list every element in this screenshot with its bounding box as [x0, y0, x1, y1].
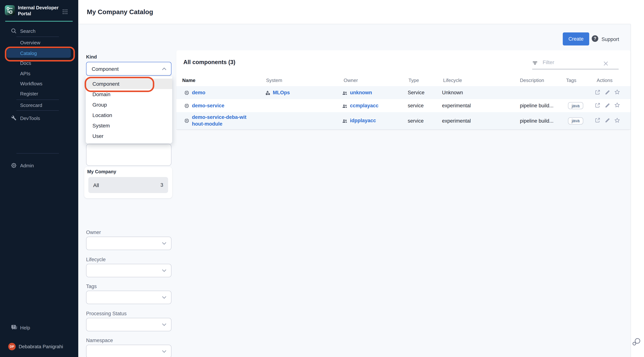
content-area: Create ? Support Kind Component Componen… — [78, 24, 631, 357]
support-label: Support — [602, 36, 619, 42]
table-filter-field — [532, 58, 619, 69]
owner-link[interactable]: idpplayacc — [350, 118, 376, 124]
kind-option-location[interactable]: Location — [86, 110, 172, 120]
tags-filter-label: Tags — [86, 284, 97, 289]
sidebar-item-overview[interactable]: Overview — [0, 38, 78, 46]
edit-pencil-icon[interactable] — [604, 102, 610, 109]
name-cell: demo — [184, 86, 205, 99]
column-header-description[interactable]: Description — [520, 74, 544, 86]
table-title: All components (3) — [183, 59, 235, 66]
lifecycle-select[interactable] — [86, 264, 172, 277]
svg-text:?: ? — [594, 36, 596, 41]
page-header: My Company Catalog — [78, 0, 644, 24]
table-row: demo-service-deba-wit hout-module idppla… — [176, 112, 630, 129]
my-company-label: My Company — [87, 169, 116, 174]
sidebar-item-help[interactable]: ? Help — [0, 324, 78, 332]
kind-option-domain[interactable]: Domain — [86, 89, 172, 100]
column-header-owner[interactable]: Owner — [344, 74, 358, 86]
sidebar-item-admin[interactable]: Admin — [0, 161, 78, 170]
tags-cell: java — [568, 99, 583, 112]
table-header-row: Name System Owner Type Lifecycle Descrip… — [176, 74, 630, 86]
entity-link[interactable]: demo-service-deba-wit hout-module — [192, 114, 246, 127]
sidebar-item-devtools[interactable]: DevTools — [0, 114, 78, 122]
kind-filter-label: Kind — [86, 54, 97, 60]
column-header-type[interactable]: Type — [408, 74, 419, 86]
wrench-icon — [11, 115, 17, 121]
namespace-select[interactable] — [86, 345, 172, 357]
star-icon[interactable] — [614, 117, 620, 124]
edit-pencil-icon[interactable] — [604, 118, 610, 124]
owner-select[interactable] — [86, 237, 172, 250]
component-chip-icon — [184, 103, 189, 108]
system-link[interactable]: MLOps — [273, 89, 290, 96]
sidebar-item-workflows[interactable]: Workflows — [0, 79, 78, 88]
sidebar-item-label: Overview — [20, 40, 40, 45]
open-in-new-icon[interactable] — [595, 89, 600, 96]
kind-select-value: Component — [92, 66, 119, 72]
sidebar-divider — [16, 110, 59, 111]
sidebar-item-apis[interactable]: APIs — [0, 69, 78, 78]
sidebar-item-register[interactable]: Register — [0, 90, 78, 98]
actions-cell — [595, 99, 620, 112]
sidebar-item-label: APIs — [20, 70, 30, 76]
user-menu[interactable]: DP Debabrata Panigrahi — [0, 342, 78, 351]
my-company-all-label: All — [93, 182, 99, 188]
search-icon — [11, 28, 17, 34]
entity-link[interactable]: demo-service — [192, 102, 224, 109]
sidebar: Internal Developer Portal Search Overvie… — [0, 0, 78, 357]
column-header-system[interactable]: System — [266, 74, 282, 86]
my-company-all-row[interactable]: All 3 — [88, 177, 168, 193]
namespace-filter-label: Namespace — [86, 338, 113, 343]
components-table-card: All components (3) Name System Owner Typ… — [176, 50, 630, 130]
chevron-down-icon — [162, 242, 166, 245]
kind-option-component[interactable]: Component — [86, 79, 172, 89]
chat-bubbles-icon[interactable] — [632, 337, 641, 348]
tag-chip[interactable]: java — [568, 102, 583, 109]
owner-cell: idpplayacc — [342, 112, 376, 129]
gear-icon — [11, 162, 17, 168]
apps-grid-icon[interactable] — [62, 9, 68, 16]
description-cell: pipeline build... — [520, 99, 554, 112]
system-cell: MLOps — [265, 86, 290, 99]
chevron-down-icon — [162, 350, 166, 353]
sidebar-item-label: Search — [20, 28, 36, 34]
sidebar-item-label: Workflows — [20, 81, 42, 86]
tag-chip[interactable]: java — [568, 117, 583, 124]
question-circle-icon: ? — [591, 35, 599, 44]
star-icon[interactable] — [614, 89, 620, 96]
column-header-name[interactable]: Name — [182, 74, 196, 86]
processing-status-filter-label: Processing Status — [86, 311, 127, 316]
create-button[interactable]: Create — [563, 32, 589, 46]
kind-select[interactable]: Component — [86, 62, 172, 76]
kind-option-group[interactable]: Group — [86, 100, 172, 110]
owner-link[interactable]: ccmplayacc — [350, 102, 378, 109]
entity-link[interactable]: demo — [192, 89, 205, 96]
tags-select[interactable] — [86, 291, 172, 304]
sidebar-item-scorecard[interactable]: Scorecard — [0, 101, 78, 109]
open-in-new-icon[interactable] — [595, 118, 600, 124]
table-filter-input[interactable] — [542, 59, 599, 66]
open-in-new-icon[interactable] — [595, 102, 600, 109]
clear-filter-icon[interactable] — [604, 61, 608, 68]
kind-option-system[interactable]: System — [86, 120, 172, 131]
sidebar-item-docs[interactable]: Docs — [0, 59, 78, 67]
owner-link[interactable]: unknown — [350, 89, 372, 96]
support-button[interactable]: ? Support — [591, 35, 619, 44]
star-icon[interactable] — [614, 102, 620, 109]
app-root: Internal Developer Portal Search Overvie… — [0, 0, 644, 357]
processing-status-select[interactable] — [86, 318, 172, 331]
column-header-actions: Actions — [597, 74, 612, 86]
filter-icon — [532, 60, 538, 68]
column-header-lifecycle[interactable]: Lifecycle — [443, 74, 462, 86]
kind-option-user[interactable]: User — [86, 131, 172, 141]
sidebar-item-search[interactable]: Search — [0, 27, 78, 35]
owner-filter-label: Owner — [86, 230, 101, 235]
group-icon — [342, 103, 347, 108]
sidebar-item-catalog[interactable]: Catalog — [7, 48, 71, 58]
lifecycle-cell: Unknown — [442, 86, 463, 99]
sidebar-divider — [16, 36, 59, 37]
column-header-tags[interactable]: Tags — [566, 74, 576, 86]
edit-pencil-icon[interactable] — [604, 89, 610, 96]
name-cell: demo-service-deba-wit hout-module — [184, 112, 246, 129]
type-select-partially-hidden[interactable] — [86, 144, 172, 166]
